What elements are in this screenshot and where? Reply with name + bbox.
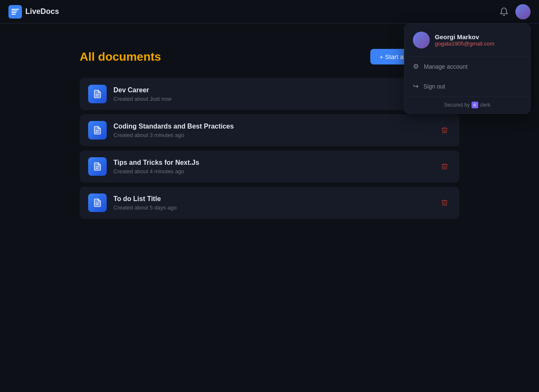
logo-area: LiveDocs — [8, 5, 59, 19]
secured-text: Secured by — [444, 102, 470, 108]
doc-timestamp: Created about 5 days ago — [113, 204, 431, 211]
trash-icon — [441, 199, 448, 207]
dropdown-footer: Secured by C clerk — [404, 96, 530, 113]
dropdown-avatar — [413, 32, 430, 48]
page-title: All documents — [80, 50, 161, 64]
page-header: All documents + Start a blank document — [80, 49, 459, 64]
dropdown-user-section: Georgi Markov gogata1905@gmail.com — [404, 24, 530, 56]
dropdown-email: gogata1905@gmail.com — [435, 40, 494, 47]
doc-icon-wrap — [88, 157, 107, 176]
logo-icon — [8, 5, 22, 19]
document-icon — [93, 126, 102, 135]
delete-document-button[interactable] — [438, 196, 451, 209]
list-item[interactable]: Tips and Tricks for Next.Js Created abou… — [80, 150, 459, 183]
doc-timestamp: Created about 4 minutes ago — [113, 168, 431, 175]
svg-rect-0 — [8, 5, 22, 19]
clerk-text: clerk — [480, 102, 490, 108]
user-avatar — [515, 4, 531, 19]
navbar-right — [498, 4, 531, 19]
doc-icon-wrap — [88, 85, 107, 103]
sign-out-label: Sign out — [423, 83, 445, 90]
doc-info: Tips and Tricks for Next.Js Created abou… — [113, 159, 431, 175]
user-dropdown-menu: Georgi Markov gogata1905@gmail.com ⚙ Man… — [404, 24, 531, 114]
app-name: LiveDocs — [25, 7, 59, 16]
document-icon — [93, 89, 102, 99]
doc-icon-wrap — [88, 193, 107, 212]
dropdown-username: Georgi Markov — [435, 33, 494, 40]
navbar: LiveDocs — [0, 0, 539, 24]
manage-account-label: Manage account — [424, 63, 468, 70]
bell-icon — [499, 7, 509, 16]
list-item[interactable]: To do List Title Created about 5 days ag… — [80, 187, 459, 219]
manage-account-button[interactable]: ⚙ Manage account — [404, 56, 530, 76]
dropdown-user-info: Georgi Markov gogata1905@gmail.com — [435, 33, 494, 47]
document-icon — [93, 162, 102, 171]
doc-info: Coding Standards and Best Practices Crea… — [113, 123, 431, 138]
user-avatar-button[interactable] — [515, 4, 531, 19]
doc-icon-wrap — [88, 121, 107, 140]
trash-icon — [441, 126, 448, 134]
secured-by-label: Secured by C clerk — [444, 102, 490, 108]
list-item[interactable]: Dev Career Created about Just now — [80, 78, 459, 110]
doc-title: Coding Standards and Best Practices — [113, 123, 431, 130]
gear-icon: ⚙ — [413, 62, 419, 70]
doc-info: To do List Title Created about 5 days ag… — [113, 195, 431, 211]
sign-out-button[interactable]: ↪ Sign out — [404, 76, 530, 96]
delete-document-button[interactable] — [438, 160, 451, 173]
document-icon — [93, 198, 102, 207]
delete-document-button[interactable] — [438, 124, 451, 137]
trash-icon — [441, 163, 448, 170]
doc-info: Dev Career Created about Just now — [113, 86, 431, 102]
doc-title: Dev Career — [113, 86, 431, 94]
doc-title: To do List Title — [113, 195, 431, 203]
signout-icon: ↪ — [413, 82, 418, 90]
clerk-icon: C — [472, 102, 478, 108]
document-list: Dev Career Created about Just now — [80, 78, 459, 219]
list-item[interactable]: Coding Standards and Best Practices Crea… — [80, 114, 459, 146]
doc-title: Tips and Tricks for Next.Js — [113, 159, 431, 166]
notification-bell-button[interactable] — [498, 5, 510, 18]
doc-timestamp: Created about 3 minutes ago — [113, 132, 431, 138]
doc-timestamp: Created about Just now — [113, 96, 431, 102]
